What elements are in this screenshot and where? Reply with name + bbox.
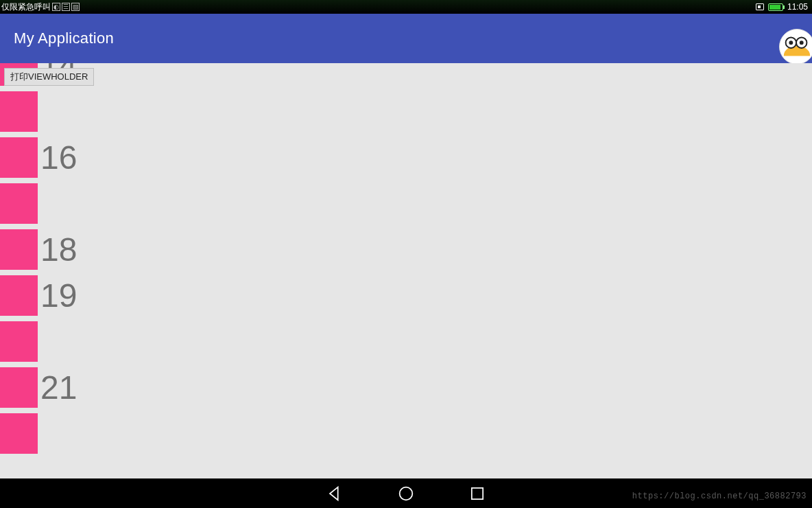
app-content: 1416181921 打印VIEWHOLDER — [0, 63, 812, 478]
status-bar-right: 11:05 — [756, 2, 808, 12]
list-item[interactable]: 19 — [0, 273, 812, 319]
svg-point-5 — [400, 487, 413, 500]
list-item-swatch — [0, 183, 38, 224]
list-item[interactable]: 18 — [0, 227, 812, 273]
list-item-swatch — [0, 91, 38, 132]
svg-rect-6 — [472, 487, 483, 498]
nav-home-button[interactable] — [396, 484, 416, 503]
list-item-number: 19 — [40, 279, 77, 312]
list-item-swatch — [0, 321, 38, 362]
list-item[interactable] — [0, 181, 812, 227]
print-viewholder-button[interactable]: 打印VIEWHOLDER — [4, 68, 94, 86]
status-mini-icon-1: ◐ — [52, 3, 60, 11]
sim-card-icon — [756, 3, 764, 10]
list-item-swatch — [0, 229, 38, 270]
list-item-swatch — [0, 137, 38, 178]
list-item-swatch — [0, 275, 38, 316]
nav-back-button[interactable] — [325, 484, 344, 503]
list-item[interactable] — [0, 89, 812, 135]
app-avatar-icon — [779, 29, 812, 65]
list-item-swatch — [0, 367, 38, 408]
status-bar-left: 仅限紧急呼叫 ◐ ☰ ▧ — [1, 1, 80, 13]
battery-icon — [768, 3, 783, 11]
list-item-number: 21 — [40, 371, 77, 404]
svg-point-4 — [800, 41, 804, 45]
nav-recent-button[interactable] — [468, 484, 487, 503]
list-item[interactable] — [0, 411, 812, 457]
status-mini-icon-3: ▧ — [71, 3, 80, 11]
list-item-swatch — [0, 413, 38, 454]
list-item[interactable] — [0, 319, 812, 365]
status-emergency-text: 仅限紧急呼叫 — [1, 1, 51, 13]
app-title: My Application — [14, 30, 114, 47]
list-item-number: 18 — [40, 233, 77, 266]
csdn-watermark: https://blog.csdn.net/qq_36882793 — [632, 492, 807, 501]
app-action-bar: My Application — [0, 14, 812, 63]
status-clock: 11:05 — [787, 2, 808, 12]
list-item[interactable]: 14 — [0, 63, 812, 89]
list-item-number: 16 — [40, 141, 77, 174]
status-mini-icon-2: ☰ — [62, 3, 70, 11]
list-item[interactable]: 21 — [0, 365, 812, 411]
svg-point-3 — [789, 41, 793, 45]
android-nav-bar: https://blog.csdn.net/qq_36882793 — [0, 478, 812, 508]
list-item[interactable]: 16 — [0, 135, 812, 181]
android-status-bar: 仅限紧急呼叫 ◐ ☰ ▧ 11:05 — [0, 0, 812, 14]
recycler-view[interactable]: 1416181921 — [0, 63, 812, 478]
